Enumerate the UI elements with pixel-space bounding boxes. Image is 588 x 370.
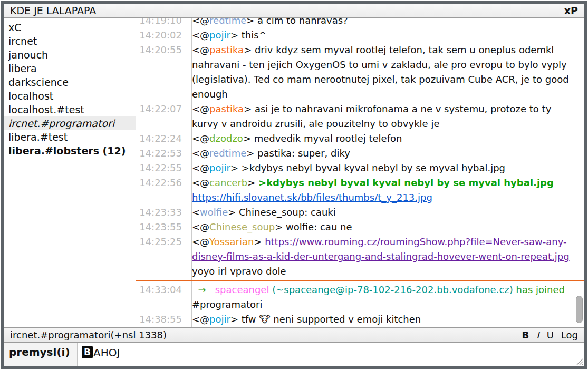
input-bar: premysl(i) BAHOJ bbox=[4, 342, 584, 366]
timestamp: 14:20:02 bbox=[136, 28, 187, 43]
sidebar-item-localhost.#test[interactable]: localhost.#test bbox=[4, 103, 136, 116]
timestamp: 14:19:10 bbox=[136, 18, 187, 28]
timestamp: 14:22:53 bbox=[136, 146, 187, 161]
message-link[interactable]: https://hifi.slovanet.sk/bb/files/thumbs… bbox=[192, 192, 432, 203]
main-area: xCircnetjanouchliberadarksciencelocalhos… bbox=[4, 18, 584, 327]
nick[interactable]: Chinese_soup bbox=[209, 221, 275, 232]
nick[interactable]: pastika bbox=[209, 103, 244, 114]
nick[interactable]: cancerb bbox=[209, 177, 247, 188]
message-text: <@pojir> >kdybys nebyl byval kyval nebyl… bbox=[187, 161, 584, 176]
message-input[interactable]: BAHOJ bbox=[78, 343, 584, 366]
message-row: 14:22:07<@pastika> asi je to nahravani m… bbox=[136, 102, 584, 131]
message-segment: > bbox=[247, 177, 258, 188]
message-segment: > wolfie: cau ne bbox=[275, 221, 352, 232]
sidebar-item-darkscience[interactable]: darkscience bbox=[4, 75, 136, 89]
timestamp: 14:38:55 bbox=[136, 312, 187, 327]
message-row: 14:23:33<wolfie> Chinese_soup: cauki bbox=[136, 205, 584, 220]
message-segment: <@ bbox=[192, 44, 209, 55]
message-segment: > >kdybys nebyl byval kyval nebyl by se … bbox=[230, 162, 505, 173]
message-text: <@Yossarian> https://www.rouming.cz/roum… bbox=[187, 235, 584, 279]
message-text: <@dzodzo> medvedik myval rootlej telefon bbox=[187, 131, 584, 146]
message-text: <@redtime> pastika: super, diky bbox=[187, 146, 584, 161]
message-segment: <@ bbox=[192, 162, 209, 173]
format-button-log[interactable]: Log bbox=[561, 329, 578, 340]
sidebar-item-libera[interactable]: libera bbox=[4, 62, 136, 75]
nick[interactable]: pojir bbox=[209, 314, 230, 325]
format-button-b[interactable]: B bbox=[522, 329, 529, 340]
format-buttons: BIULog bbox=[522, 329, 578, 340]
irc-client-window: KDE JE LALAPAPA xP xCircnetjanouchlibera… bbox=[4, 4, 584, 366]
message-segment: has joined bbox=[516, 284, 565, 295]
message-row: 14:19:10<@redtime> a cim to nahravas? bbox=[136, 18, 584, 28]
timestamp: 14:22:56 bbox=[136, 176, 187, 205]
message-text: <@pojir> tfw 🐮 neni supported v emoji ki… bbox=[187, 312, 584, 327]
message-row: 14:22:53<@redtime> pastika: super, diky bbox=[136, 146, 584, 161]
own-nick: premysl(i) bbox=[4, 343, 78, 366]
sidebar-item-ircnet[interactable]: ircnet bbox=[4, 34, 136, 48]
message-segment: <@ bbox=[192, 236, 209, 247]
nick[interactable]: dzodzo bbox=[209, 133, 243, 144]
format-button-i[interactable]: I bbox=[536, 329, 539, 340]
timestamp: 14:25:25 bbox=[136, 235, 187, 279]
message-text: <@pastika> driv kdyz sem myval rootlej t… bbox=[187, 43, 584, 102]
timestamp: 14:23:33 bbox=[136, 205, 187, 220]
nick[interactable]: pojir bbox=[209, 162, 230, 173]
message-row: 14:33:04 → spaceangel (~spaceange@ip-78-… bbox=[136, 283, 584, 312]
message-text: → spaceangel (~spaceange@ip-78-102-216-2… bbox=[187, 283, 584, 312]
timestamp: 14:22:55 bbox=[136, 161, 187, 176]
bold-control-char: B bbox=[82, 346, 93, 358]
sidebar-item-libera.#test[interactable]: libera.#test bbox=[4, 130, 136, 144]
resize-handle-icon[interactable] bbox=[576, 358, 583, 365]
timestamp: 14:22:24 bbox=[136, 131, 187, 146]
chat-area: vadi, tak at mi nevola14:19:10<@redtime>… bbox=[136, 18, 584, 327]
message-segment: > this^ bbox=[230, 30, 267, 41]
message-row: 14:22:24<@dzodzo> medvedik myval rootlej… bbox=[136, 131, 584, 146]
message-list: vadi, tak at mi nevola14:19:10<@redtime>… bbox=[136, 18, 584, 327]
message-segment: (~spaceange@ip-78-102-216-202.bb.vodafon… bbox=[272, 284, 513, 295]
sidebar-item-libera.#lobsters-12-[interactable]: libera.#lobsters (12) bbox=[4, 144, 136, 158]
message-row: 14:20:02<@pojir> this^ bbox=[136, 28, 584, 43]
message-row: 14:23:55<@Chinese_soup> wolfie: cau ne bbox=[136, 220, 584, 235]
message-text: <@cancerb> >kdybys nebyl byval kyval neb… bbox=[187, 176, 584, 205]
nick[interactable]: redtime bbox=[209, 148, 246, 159]
sidebar-item-ircnet.#programatori[interactable]: ircnet.#programatori bbox=[4, 116, 136, 130]
status-topic: ircnet.#programatori(+nsl 1338) bbox=[10, 329, 167, 340]
message-segment: > pastika: super, diky bbox=[246, 148, 350, 159]
message-segment: > tfw 🐮 neni supported v emoji kitchen bbox=[230, 314, 421, 325]
message-text: <@redtime> a cim to nahravas? bbox=[187, 18, 584, 28]
message-segment: <@ bbox=[192, 133, 209, 144]
message-segment: <@ bbox=[192, 148, 209, 159]
message-text: <wolfie> Chinese_soup: cauki bbox=[187, 205, 584, 220]
sidebar-item-localhost[interactable]: localhost bbox=[4, 89, 136, 103]
message-row: 14:25:25<@Yossarian> https://www.rouming… bbox=[136, 235, 584, 279]
nick[interactable]: redtime bbox=[209, 18, 246, 26]
format-button-u[interactable]: U bbox=[547, 329, 554, 340]
message-segment bbox=[209, 284, 215, 295]
message-text: <@pastika> asi je to nahravani mikrofona… bbox=[187, 102, 584, 131]
nick[interactable]: pastika bbox=[209, 44, 244, 55]
nick[interactable]: spaceangel bbox=[215, 284, 269, 295]
message-segment: yoyo irl vpravo dole bbox=[192, 266, 286, 277]
message-segment: > driv kdyz sem myval rootlej telefon, t… bbox=[192, 44, 569, 100]
sidebar-item-xc[interactable]: xC bbox=[4, 21, 136, 34]
timestamp: 14:23:55 bbox=[136, 220, 187, 235]
message-segment: < bbox=[192, 207, 200, 218]
channel-list: xCircnetjanouchliberadarksciencelocalhos… bbox=[4, 18, 136, 327]
message-segment: <@ bbox=[192, 221, 209, 232]
sidebar-item-janouch[interactable]: janouch bbox=[4, 48, 136, 62]
nick[interactable]: wolfie bbox=[200, 207, 228, 218]
message-segment: <@ bbox=[192, 30, 209, 41]
message-segment: <@ bbox=[192, 103, 209, 114]
timestamp: 14:22:07 bbox=[136, 102, 187, 131]
message-segment: > a cim to nahravas? bbox=[246, 18, 348, 26]
message-segment: → bbox=[192, 284, 209, 295]
message-segment: > medvedik myval rootlej telefon bbox=[243, 133, 402, 144]
scrollbar-thumb[interactable] bbox=[576, 296, 583, 323]
unread-marker bbox=[136, 280, 584, 281]
nick[interactable]: Yossarian bbox=[209, 236, 254, 247]
message-text: <@pojir> this^ bbox=[187, 28, 584, 43]
message-segment: <@ bbox=[192, 314, 209, 325]
nick[interactable]: pojir bbox=[209, 30, 230, 41]
message-row: 14:22:55<@pojir> >kdybys nebyl byval kyv… bbox=[136, 161, 584, 176]
message-segment: >kdybys nebyl byval kyval nebyl by se my… bbox=[258, 177, 554, 188]
